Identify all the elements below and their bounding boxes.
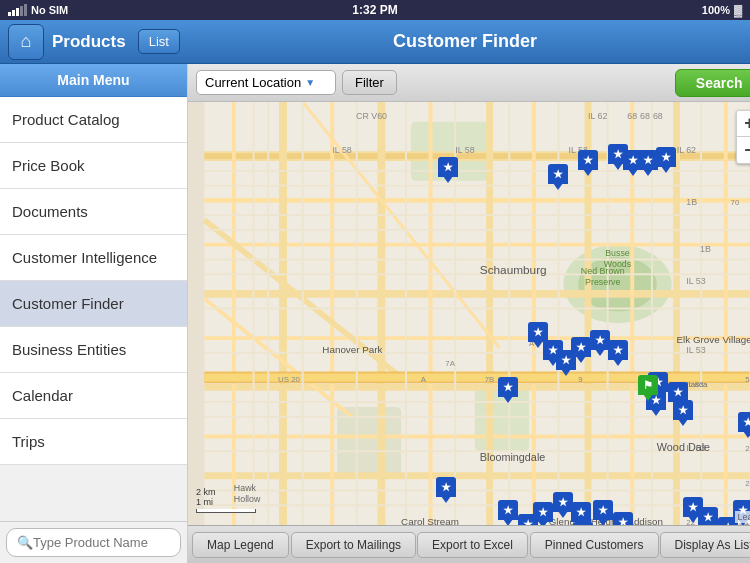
carrier-info: No SIM bbox=[8, 4, 68, 16]
map-pin[interactable]: ★ bbox=[573, 522, 593, 525]
map-pin[interactable]: ★ bbox=[698, 507, 718, 525]
svg-text:Schaumburg: Schaumburg bbox=[480, 263, 547, 277]
carrier-label: No SIM bbox=[31, 4, 68, 16]
sidebar-item-customer-finder[interactable]: Customer Finder bbox=[0, 281, 187, 327]
zoom-out-button[interactable]: − bbox=[737, 137, 750, 163]
export-excel-button[interactable]: Export to Excel bbox=[417, 532, 528, 558]
sidebar-item-customer-intelligence[interactable]: Customer Intelligence bbox=[0, 235, 187, 281]
page-title: Customer Finder bbox=[188, 31, 742, 52]
svg-text:7A: 7A bbox=[445, 359, 455, 368]
search-button[interactable]: Search bbox=[675, 69, 750, 97]
svg-text:Wood Dale: Wood Dale bbox=[657, 441, 710, 453]
svg-text:Hanover Park: Hanover Park bbox=[322, 344, 382, 355]
map-attribution: Leaflet bbox=[735, 511, 750, 523]
svg-text:7B: 7B bbox=[485, 375, 495, 384]
map-toolbar: Current Location ▼ Filter Search bbox=[188, 64, 750, 102]
map-pin[interactable]: ★ bbox=[673, 400, 693, 420]
map-pin[interactable]: ★ bbox=[668, 382, 688, 402]
svg-text:Elk Grove Village: Elk Grove Village bbox=[677, 334, 750, 345]
svg-text:IL 58: IL 58 bbox=[332, 145, 351, 155]
svg-text:IL 62: IL 62 bbox=[677, 145, 696, 155]
map-legend-button[interactable]: Map Legend bbox=[192, 532, 289, 558]
map-pin[interactable]: ★ bbox=[738, 412, 750, 432]
svg-text:Busse: Busse bbox=[605, 248, 630, 258]
map-pin[interactable]: ★ bbox=[638, 150, 658, 170]
zoom-in-button[interactable]: + bbox=[737, 111, 750, 137]
map-pin[interactable]: ★ bbox=[528, 322, 548, 342]
map-pin[interactable]: ★ bbox=[571, 337, 591, 357]
svg-text:CR V60: CR V60 bbox=[356, 111, 387, 121]
svg-text:9: 9 bbox=[578, 375, 582, 384]
sidebar-search-area bbox=[0, 521, 187, 563]
map-pin[interactable]: ★ bbox=[533, 502, 553, 522]
map-pin[interactable]: ⚑ bbox=[638, 375, 658, 395]
battery-icon: ▓ bbox=[734, 4, 742, 16]
svg-text:5: 5 bbox=[745, 375, 750, 384]
svg-text:68: 68 bbox=[640, 111, 650, 121]
sidebar-item-calendar[interactable]: Calendar bbox=[0, 373, 187, 419]
svg-text:70: 70 bbox=[731, 198, 740, 207]
sidebar-items: Product Catalog Price Book Documents Cus… bbox=[0, 97, 187, 521]
map-pin[interactable]: ★ bbox=[578, 150, 598, 170]
map-pin[interactable]: ★ bbox=[571, 502, 591, 522]
top-nav-bar: ⌂ Products List Customer Finder bbox=[0, 20, 750, 64]
home-button[interactable]: ⌂ bbox=[8, 24, 44, 60]
main-layout: Main Menu Product Catalog Price Book Doc… bbox=[0, 64, 750, 563]
scale-line bbox=[196, 509, 256, 513]
status-time: 1:32 PM bbox=[352, 3, 397, 17]
svg-text:IL 58: IL 58 bbox=[455, 145, 474, 155]
svg-text:IL 62: IL 62 bbox=[588, 111, 607, 121]
location-label: Current Location bbox=[205, 75, 301, 90]
sidebar-item-trips[interactable]: Trips bbox=[0, 419, 187, 465]
sidebar-item-product-catalog[interactable]: Product Catalog bbox=[0, 97, 187, 143]
sidebar-item-documents[interactable]: Documents bbox=[0, 189, 187, 235]
map-pin[interactable]: ★ bbox=[613, 512, 633, 525]
svg-text:Bloomingdale: Bloomingdale bbox=[480, 451, 546, 463]
svg-text:IL 83: IL 83 bbox=[686, 380, 704, 389]
map-pin[interactable]: ★ bbox=[553, 492, 573, 512]
display-as-list-button[interactable]: Display As List bbox=[660, 532, 750, 558]
sidebar: Main Menu Product Catalog Price Book Doc… bbox=[0, 64, 188, 563]
svg-text:Carol Stream: Carol Stream bbox=[401, 516, 459, 525]
svg-text:68: 68 bbox=[627, 111, 637, 121]
svg-text:A: A bbox=[421, 375, 427, 384]
map-pin[interactable]: ★ bbox=[593, 500, 613, 520]
svg-text:68: 68 bbox=[653, 111, 663, 121]
products-title: Products bbox=[52, 32, 126, 52]
map-pin[interactable]: ★ bbox=[548, 164, 568, 184]
svg-text:US 20: US 20 bbox=[278, 375, 300, 384]
map-area: Current Location ▼ Filter Search bbox=[188, 64, 750, 563]
sidebar-item-price-book[interactable]: Price Book bbox=[0, 143, 187, 189]
svg-text:Preserve: Preserve bbox=[585, 277, 620, 287]
map-pin[interactable]: ★ bbox=[436, 477, 456, 497]
svg-text:1B: 1B bbox=[700, 244, 711, 254]
map-pin[interactable]: ★ bbox=[590, 330, 610, 350]
svg-text:29: 29 bbox=[745, 479, 750, 488]
export-mailings-button[interactable]: Export to Mailings bbox=[291, 532, 416, 558]
map-pin[interactable]: ★ bbox=[656, 147, 676, 167]
svg-text:IL 53: IL 53 bbox=[686, 276, 705, 286]
battery-info: 100% ▓ bbox=[702, 4, 742, 16]
map-container[interactable]: IL 58 IL 58 IL 58 IL 62 CR V60 IL 62 68 … bbox=[188, 102, 750, 525]
bottom-bar: Map Legend Export to Mailings Export to … bbox=[188, 525, 750, 563]
sidebar-item-business-entities[interactable]: Business Entities bbox=[0, 327, 187, 373]
svg-text:1B: 1B bbox=[686, 197, 697, 207]
location-dropdown[interactable]: Current Location ▼ bbox=[196, 70, 336, 95]
home-icon: ⌂ bbox=[21, 31, 32, 52]
scale-km: 2 km bbox=[196, 487, 256, 497]
svg-text:Woods: Woods bbox=[604, 259, 632, 269]
map-pin[interactable]: ★ bbox=[608, 340, 628, 360]
map-pin[interactable]: ★ bbox=[498, 377, 518, 397]
battery-percentage: 100% bbox=[702, 4, 730, 16]
filter-button[interactable]: Filter bbox=[342, 70, 397, 95]
zoom-controls: + − bbox=[736, 110, 750, 164]
list-button[interactable]: List bbox=[138, 29, 180, 54]
map-pin[interactable]: ★ bbox=[438, 157, 458, 177]
map-pin[interactable]: ★ bbox=[498, 500, 518, 520]
search-input[interactable] bbox=[6, 528, 181, 557]
signal-icon bbox=[8, 4, 27, 16]
scale-bar: 2 km 1 mi bbox=[196, 487, 256, 513]
sidebar-header: Main Menu bbox=[0, 64, 187, 97]
pinned-customers-button[interactable]: Pinned Customers bbox=[530, 532, 659, 558]
svg-text:21: 21 bbox=[745, 444, 750, 453]
